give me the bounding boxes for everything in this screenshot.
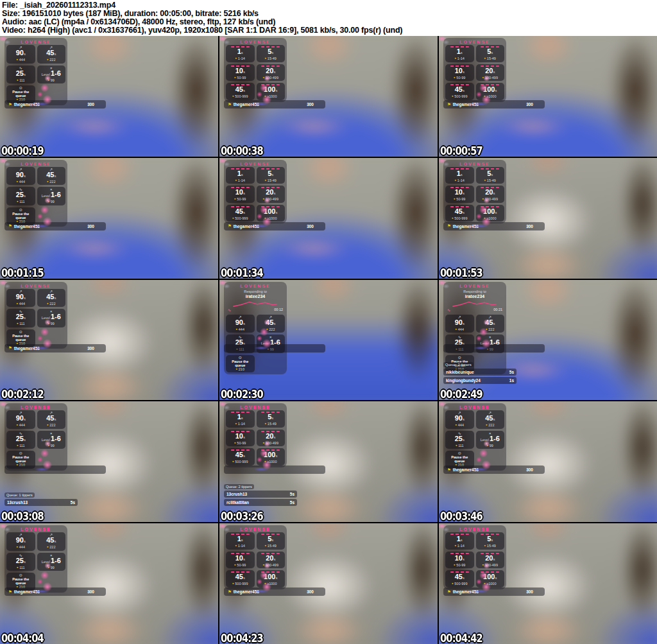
responding-username: iratee234 [445, 294, 504, 299]
chip-value: 45s [38, 49, 65, 58]
chip-value: 45s [38, 415, 65, 423]
flower-decoration [474, 318, 493, 351]
chip-value: 90s [447, 319, 473, 327]
chip-token-range: ● 111 [447, 444, 473, 448]
queue-row: rclitkattitan5s [224, 499, 297, 506]
goal-flag-icon: ⚑ [228, 102, 232, 107]
queue-row: nikkibeunique5s [443, 369, 516, 376]
chip-label: Pause the queue [8, 577, 34, 585]
chip-value: 5s [258, 413, 284, 422]
waveform-graph [449, 300, 500, 308]
video-thumbnail: LOVENSE ∿ ↗90s● 444↗45s● 222∿25s● 111×Le… [439, 401, 657, 522]
flower-decoration [35, 562, 54, 594]
flower-decoration [474, 74, 493, 107]
file-metadata-header: File: _isiah_202601112313.mp4 Size: 1961… [0, 0, 657, 36]
chip-value: 45s [38, 171, 65, 180]
tip-chip: 10s● 50-99 [226, 64, 255, 82]
goal-value: 300 [87, 589, 94, 594]
chip-token-range: ● 500-999 [447, 582, 473, 586]
chip-value: 45s [38, 293, 65, 302]
chip-token-range: ● 50-99 [447, 76, 473, 80]
chip-value: 10s [227, 555, 253, 563]
thumbnail-grid: LOVENSE ∿ ↗90s● 444↗45s● 222∿25s● 111×Le… [0, 36, 657, 644]
tip-chip: ∿25s● 111 [6, 431, 35, 449]
video-thumbnail: LOVENSE ∿ ↗90s● 444↗45s● 222∿25s● 111×Le… [0, 158, 218, 279]
goal-badge: ⚑ thegamer458 300 [443, 466, 545, 474]
tip-chip: ∿25s● 111 [6, 553, 35, 571]
video-thumbnail: LOVENSE ∿ ↗90s● 444↗45s● 222∿25s● 111×Le… [0, 523, 218, 644]
lovense-logo: LOVENSE [6, 527, 65, 532]
lovense-logo: LOVENSE [226, 283, 285, 289]
chip-value: 5s [258, 535, 284, 544]
chip-token-range: ● 50-99 [227, 76, 253, 80]
chip-token-range: ● 444 [447, 327, 473, 332]
chip-value: 45s [447, 86, 473, 94]
responding-block: Responding to iratee234 ∿ 00:12 [226, 289, 285, 315]
tip-queue: Queue: 2 tippersnikkibeunique5skinglongb… [443, 357, 516, 385]
chip-value: 5s [477, 48, 504, 57]
chip-value: 45s [477, 415, 504, 423]
tip-chip: 5s● 15-49 [257, 410, 286, 428]
chip-value: 90s [227, 319, 253, 327]
frame-timestamp: 00:01:34 [221, 267, 263, 279]
tip-chip: 5s● 15-49 [476, 532, 505, 550]
chip-token-range: ● 111 [8, 78, 34, 83]
chip-token-range: ● 222 [38, 545, 65, 550]
tip-chip: ↗45s● 222 [37, 532, 66, 551]
queue-row: kinglongbundy241s [443, 377, 516, 384]
frame-timestamp: 00:04:23 [221, 632, 263, 644]
chip-token-range: ● 15-49 [258, 422, 284, 426]
queue-row: 13crush135s [4, 499, 78, 506]
chip-token-range: ● 50-99 [227, 563, 253, 568]
video-thumbnail: LOVENSE Responding to iratee234 ∿ 00:12 … [219, 280, 438, 401]
chip-value: 90s [8, 415, 34, 423]
chip-label: Pause the queue [447, 455, 473, 463]
tip-chip: ↗90s● 444 [445, 315, 474, 333]
chip-label: Pause the queue [8, 212, 34, 220]
goal-value: 300 [307, 589, 314, 594]
goal-value: 300 [87, 102, 94, 107]
goal-badge: ⚑ thegamer458 300 [443, 100, 545, 109]
lovense-logo: LOVENSE [226, 405, 285, 410]
chip-label: Pause the queue [8, 334, 34, 342]
flower-decoration [35, 440, 54, 472]
goal-flag-icon: ⚑ [228, 223, 232, 229]
chip-token-range: ● 222 [477, 423, 504, 428]
tip-chip: ↗45s● 222 [37, 167, 66, 186]
lovense-logo: LOVENSE [445, 527, 504, 532]
goal-value: 300 [87, 224, 94, 229]
goal-badge: ⚑ thegamer458 300 [224, 587, 325, 596]
chip-token-range: ● 500-999 [447, 216, 473, 221]
responding-username: iratee234 [226, 294, 285, 299]
video-thumbnail: LOVENSE ∿ ↗90s● 444↗45s● 222∿25s● 111×Le… [0, 401, 218, 522]
tip-chip: 5s● 15-49 [257, 45, 286, 62]
tip-chip: ↗90s● 444 [6, 532, 35, 551]
responding-timer: 00:12 [274, 308, 283, 311]
goal-badge: ⚑ thegamer458 300 [4, 344, 106, 352]
chip-token-range: ● 15-49 [477, 57, 504, 61]
tip-chip: 45s● 500-999 [226, 83, 255, 100]
goal-flag-icon: ⚑ [8, 589, 12, 595]
goal-value: 300 [307, 102, 314, 107]
chip-token-range: ● 1-14 [447, 544, 473, 548]
goal-flag-icon: ⚑ [8, 345, 12, 351]
chip-value: 10s [227, 433, 253, 441]
chip-value: 1s [227, 535, 253, 544]
goal-flag-icon: ⚑ [447, 589, 451, 595]
chip-token-range: ● 1-14 [447, 57, 473, 61]
tip-chip: 1s● 1-14 [445, 532, 474, 550]
chip-token-range: ● 1-14 [227, 422, 253, 426]
chip-value: 10s [447, 67, 473, 76]
tip-chip: 10s● 50-99 [445, 64, 474, 82]
lovense-logo: LOVENSE [6, 283, 65, 289]
frame-timestamp: 00:02:30 [221, 388, 263, 400]
goal-badge [4, 466, 106, 474]
frame-timestamp: 00:03:08 [1, 510, 44, 522]
tip-chip: 1s● 1-14 [445, 167, 474, 184]
tip-chip: 45s● 500-999 [445, 570, 474, 587]
tip-chip: 45s● 500-999 [226, 570, 255, 587]
chip-token-range: ● 500-999 [227, 216, 253, 221]
chip-value: 45s [38, 537, 65, 545]
goal-badge: ⚑ thegamer458 300 [4, 587, 106, 596]
chip-value: 45s [447, 573, 473, 582]
